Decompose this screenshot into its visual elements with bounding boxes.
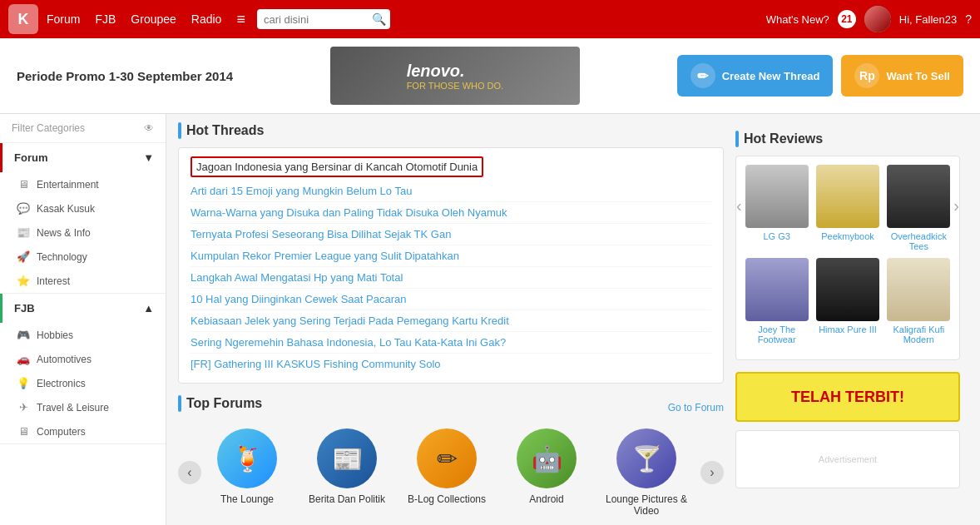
thread-link[interactable]: Arti dari 15 Emoji yang Mungkin Belum Lo… [191, 185, 412, 197]
sidebar-item-label: Kasak Kusuk [37, 203, 95, 215]
sidebar-item-label: Automotives [37, 354, 92, 365]
user-greeting[interactable]: Hi, Fallen23 [899, 13, 957, 26]
banner-area: Periode Promo 1-30 September 2014 lenovo… [0, 38, 980, 114]
review-image-himax [816, 258, 879, 321]
thread-item: Kebiasaan Jelek yang Sering Terjadi Pada… [191, 310, 711, 332]
top-forums-header: Top Forums Go to Forum [178, 395, 724, 420]
nav-forum[interactable]: Forum [47, 12, 80, 26]
forum-section: Forum ▼ 🖥 Entertainment 💬 Kasak Kusuk 📰 … [0, 143, 166, 294]
lenovo-logo-text: lenovo. [407, 62, 504, 81]
forum-collapse-icon: ▼ [143, 151, 154, 164]
notification-badge[interactable]: 21 [838, 10, 856, 28]
hot-reviews-box: ‹ LG G3 Peekmybook [735, 156, 960, 360]
hamburger-icon[interactable]: ≡ [236, 11, 245, 28]
sidebar-item[interactable]: 📰 News & Info [0, 220, 166, 245]
review-image-kaligrafi [887, 258, 950, 321]
thread-link[interactable]: Warna-Warna yang Disuka dan Paling Tidak… [191, 206, 507, 219]
search-input[interactable] [264, 13, 372, 26]
top-forums-title: Top Forums [178, 395, 262, 412]
review-image-lg3 [745, 165, 809, 228]
go-to-forum-link[interactable]: Go to Forum [668, 402, 724, 414]
computers-icon: 🖥 [17, 425, 30, 438]
sidebar-item-label: Interest [37, 275, 70, 287]
review-label: Peekmybook [821, 231, 874, 241]
filter-icon[interactable]: 👁 [144, 122, 154, 134]
forum-item-android[interactable]: 🤖 Android [501, 428, 592, 517]
search-bar[interactable]: 🔍 [257, 9, 390, 29]
sidebar-item[interactable]: 💡 Electronics [0, 371, 166, 395]
thread-link[interactable]: Langkah Awal Mengatasi Hp yang Mati Tota… [191, 271, 403, 284]
thread-link[interactable]: 10 Hal yang Diinginkan Cewek Saat Pacara… [191, 293, 406, 305]
sidebar-item-label: Electronics [37, 378, 86, 389]
sidebar-item[interactable]: 🖥 Computers [0, 419, 166, 443]
reviews-prev-button[interactable]: ‹ [736, 196, 742, 215]
forum-label: Lounge Pictures & Video [601, 493, 692, 517]
lenovo-banner: lenovo. FOR THOSE WHO DO. [330, 47, 580, 105]
help-icon[interactable]: ? [965, 12, 972, 26]
sidebar-item[interactable]: ⭐ Interest [0, 269, 166, 293]
carousel-next-button[interactable]: › [700, 461, 724, 484]
nav-links: Forum FJB Groupee Radio ≡ [47, 11, 245, 28]
forum-section-header[interactable]: Forum ▼ [0, 143, 166, 172]
whats-new-link[interactable]: What's New? [766, 13, 829, 26]
sidebar-item[interactable]: 🖥 Entertainment [0, 172, 166, 196]
want-to-sell-button[interactable]: Rp Want To Sell [841, 55, 963, 97]
sidebar-item[interactable]: 🚀 Technology [0, 245, 166, 269]
thread-item: Kumpulan Rekor Premier League yang Sulit… [191, 245, 711, 267]
fjb-collapse-icon: ▲ [143, 302, 154, 315]
create-thread-icon: ✏ [690, 63, 715, 88]
featured-thread: Jagoan Indonesia yang Bersinar di Kancah… [191, 156, 483, 177]
review-label: Joey The Footwear [745, 324, 809, 344]
thread-link[interactable]: [FR] Gathering III KASKUS Fishing Commun… [191, 358, 441, 370]
thread-item: [FR] Gathering III KASKUS Fishing Commun… [191, 354, 711, 374]
forum-item-blog[interactable]: ✏ B-Log Collections [401, 428, 492, 517]
hot-reviews-title: Hot Reviews [735, 131, 960, 147]
review-item-kaligrafi[interactable]: Kaligrafi Kufi Modern [887, 258, 951, 344]
thread-item: Sering Ngeremehin Bahasa Indonesia, Lo T… [191, 332, 711, 354]
sidebar-item[interactable]: 💬 Kasak Kusuk [0, 196, 166, 220]
thread-link[interactable]: Kumpulan Rekor Premier League yang Sulit… [191, 250, 459, 262]
sidebar-item-label: Technology [37, 251, 87, 263]
forum-item-lounge[interactable]: 🍹 The Lounge [201, 428, 293, 517]
thread-link[interactable]: Kebiasaan Jelek yang Sering Terjadi Pada… [191, 315, 509, 327]
create-thread-button[interactable]: ✏ Create New Thread [677, 55, 834, 97]
nav-groupee[interactable]: Groupee [131, 12, 176, 26]
review-item-peekmybook[interactable]: Peekmybook [815, 165, 879, 251]
nav-right: What's New? 21 Hi, Fallen23 ? [766, 6, 972, 32]
site-logo[interactable]: K [8, 4, 38, 34]
review-image-tshirt [887, 165, 950, 228]
forum-label: The Lounge [220, 493, 274, 505]
review-item-footwear[interactable]: Joey The Footwear [745, 258, 809, 344]
sidebar-item[interactable]: 🎮 Hobbies [0, 323, 166, 347]
forum-carousel: ‹ 🍹 The Lounge 📰 Berita Dan Politik [178, 428, 724, 517]
lounge-pics-icon: 🍸 [616, 428, 676, 488]
sidebar-item-label: Travel & Leisure [37, 402, 109, 414]
telah-terbit-banner[interactable]: TELAH TERBIT! [735, 372, 960, 422]
sidebar-item-label: Hobbies [37, 329, 73, 341]
interest-icon: ⭐ [17, 275, 30, 287]
review-item-lg3[interactable]: LG G3 [745, 165, 809, 251]
search-icon[interactable]: 🔍 [372, 12, 386, 26]
content-area: Hot Threads Jagoan Indonesia yang Bersin… [166, 114, 980, 525]
thread-item: 10 Hal yang Diinginkan Cewek Saat Pacara… [191, 289, 711, 310]
nav-radio[interactable]: Radio [191, 12, 222, 26]
review-item-tshirt[interactable]: Overheadkick Tees [887, 165, 951, 251]
review-item-himax[interactable]: Himax Pure III [815, 258, 879, 344]
forum-item-lounge-pics[interactable]: 🍸 Lounge Pictures & Video [601, 428, 692, 517]
thread-link[interactable]: Ternyata Profesi Seseorang Bisa Dilihat … [191, 228, 451, 240]
ad-banner-2: Advertisement [735, 430, 960, 488]
featured-thread-link[interactable]: Jagoan Indonesia yang Bersinar di Kancah… [196, 161, 478, 173]
sidebar-item[interactable]: ✈ Travel & Leisure [0, 395, 166, 419]
forum-label: B-Log Collections [408, 493, 486, 505]
thread-link[interactable]: Sering Ngeremehin Bahasa Indonesia, Lo T… [191, 336, 506, 349]
carousel-prev-button[interactable]: ‹ [178, 461, 201, 484]
reviews-grid: LG G3 Peekmybook Overheadkick Tees [745, 165, 951, 344]
forum-item-berita[interactable]: 📰 Berita Dan Politik [301, 428, 393, 517]
nav-fjb[interactable]: FJB [95, 12, 116, 26]
sell-icon: Rp [854, 63, 879, 88]
news-info-icon: 📰 [17, 226, 30, 239]
avatar[interactable] [864, 6, 891, 32]
sidebar-item[interactable]: 🚗 Automotives [0, 347, 166, 371]
reviews-next-button[interactable]: › [953, 196, 959, 215]
fjb-section-header[interactable]: FJB ▲ [0, 294, 166, 323]
